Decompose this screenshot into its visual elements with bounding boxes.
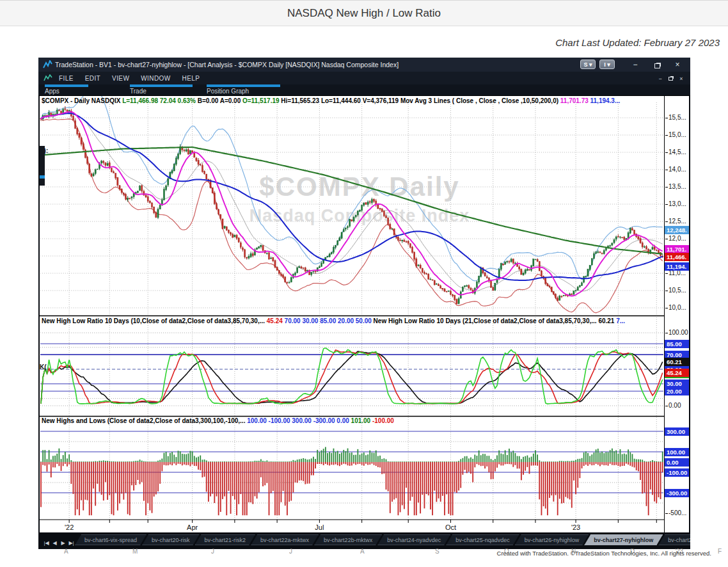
new-highs-lows-seg: -100.00: [372, 417, 394, 424]
axis-tick: [665, 221, 668, 222]
axis-label-text: 13,0...: [669, 200, 686, 207]
workspace-tab[interactable]: bv-chart25-nqadvdec: [446, 534, 519, 545]
symbol-line-seg: L=11,466.98 72.04 0.63%: [122, 97, 198, 104]
price-axis[interactable]: 15,5...15,0...14,5...14,0...13,5...13,0.…: [664, 96, 689, 532]
axis-value-badge: 20.00: [665, 387, 689, 395]
axis-value-badge: -100.00: [665, 468, 689, 477]
axis-label-text: -500...: [669, 509, 686, 516]
window-title: TradeStation - BV1 - bv-chart27-nyhighlo…: [55, 61, 399, 68]
clipped-month-label: J: [289, 548, 292, 555]
svg-text:'22: '22: [65, 523, 74, 531]
axis-value-badge: 11,194.: [665, 262, 689, 271]
menu-edit[interactable]: EDIT: [85, 72, 100, 85]
workspace-tab[interactable]: bv-chart21-risk2: [195, 534, 256, 545]
axis-label: 13,5...: [665, 183, 686, 190]
page-title: NASDAQ New High / Low Ratio: [0, 1, 728, 26]
toolbar-tab-label: Trade: [130, 87, 193, 95]
axis-label-text: 15,5...: [669, 114, 686, 121]
clipped-text-artifact: K(: [40, 363, 47, 371]
axis-value-badge: 11,701.: [665, 245, 689, 253]
axis-label-text: 100.00: [669, 329, 688, 336]
workspace-tab-bar: |◀◀▶▶| bv-chart6-vix-spreadbv-chart20-ri…: [38, 532, 690, 549]
minimize-icon[interactable]: −: [630, 59, 640, 70]
menu-window[interactable]: WINDOW: [141, 72, 170, 85]
axis-tick: [665, 308, 668, 308]
axis-tick: [665, 135, 668, 136]
toolbar-tab-apps[interactable]: Apps: [45, 84, 88, 96]
nhl-ratio-seg: New High Low Ratio 10 Days (10,Close of …: [42, 317, 267, 324]
workspace-tab[interactable]: bv-chart24-nyadvdec: [377, 534, 450, 545]
nhl-ratio-seg: 45.24: [267, 317, 285, 324]
chart-window-icon: [44, 74, 52, 82]
axis-label-text: 14,0...: [669, 166, 686, 173]
clipped-month-label: M: [132, 548, 138, 555]
workspace-tab[interactable]: bv-chart6-vix-spread: [75, 534, 146, 545]
axis-value-badge: 0.00: [665, 458, 689, 467]
axis-tick: [665, 152, 668, 153]
axis-label-text: 12,5...: [669, 218, 686, 225]
svg-text:Apr: Apr: [187, 523, 198, 531]
axis-tick: [665, 170, 668, 170]
workspace-tab[interactable]: bv-chart22b-mktwx: [314, 534, 382, 545]
axis-value-badge: 60.21: [665, 358, 689, 366]
tab-nav-first-icon[interactable]: |◀: [42, 539, 51, 548]
doc-restore-icon[interactable]: [667, 72, 675, 85]
workspace-tab[interactable]: bv-chart20-risk: [142, 534, 200, 545]
clipped-month-label: A: [64, 548, 68, 555]
close-icon[interactable]: ×: [672, 59, 683, 70]
document-window-controls: − ×: [656, 72, 685, 85]
workspace-tab[interactable]: bv-chart26-nyhighlow: [515, 534, 589, 545]
workspace-tabs: bv-chart6-vix-spreadbv-chart20-riskbv-ch…: [79, 534, 687, 546]
symbol-line-seg: Hi=11,565.23 Lo=11,444.60 V=4,376,119: [281, 97, 400, 104]
toolbar-tab-position-graph[interactable]: Position Graph: [207, 84, 280, 96]
tab-navigation: |◀◀▶▶|: [42, 536, 75, 548]
axis-tick: [665, 513, 668, 514]
tab-nav-last-icon[interactable]: ▶|: [67, 539, 75, 548]
nhl-ratio-header: New High Low Ratio 10 Days (10,Close of …: [42, 317, 662, 324]
axis-label: 100.00: [665, 329, 688, 336]
workspace-tab[interactable]: bv-chart28-vix-bolbands: [658, 534, 690, 545]
symbol-line-seg: 11,194.3...: [590, 97, 621, 104]
doc-close-icon[interactable]: ×: [677, 72, 685, 85]
toolbar-tab-trade[interactable]: Trade: [130, 84, 193, 96]
tradestation-logo-icon: [43, 60, 52, 69]
menu-help[interactable]: HELP: [182, 72, 200, 85]
page-header-bar: NASDAQ New High / Low Ratio: [0, 0, 728, 26]
axis-label-text: 0.00: [669, 402, 681, 409]
axis-label: 12,5...: [665, 218, 686, 225]
menu-view[interactable]: VIEW: [112, 72, 129, 85]
restore-icon[interactable]: [652, 60, 662, 72]
axis-tick: [665, 118, 668, 118]
workspace-tab[interactable]: bv-chart22a-mktwx: [251, 534, 319, 545]
axis-label: 14,0...: [665, 166, 686, 173]
tab-nav-next-icon[interactable]: ▶: [59, 539, 67, 548]
menu-bar: FILEEDITVIEWWINDOWHELP − ×: [38, 72, 690, 84]
tradestation-window: TradeStation - BV1 - bv-chart27-nyhighlo…: [38, 58, 690, 549]
doc-minimize-icon[interactable]: −: [656, 72, 664, 85]
axis-value-badge: 45.24: [665, 369, 689, 377]
menu-file[interactable]: FILE: [59, 72, 74, 85]
clipped-month-label: S: [435, 548, 439, 555]
axis-value-badge: 11,466.: [665, 253, 689, 261]
svg-text:'23: '23: [571, 523, 580, 531]
strategy-button[interactable]: S ▾: [580, 60, 596, 69]
axis-value-badge: 100.00: [665, 448, 689, 456]
axis-label-text: 14,5...: [669, 148, 686, 156]
toolbar-tab-label: Position Graph: [207, 87, 280, 95]
symbol-status-line: $COMPX - Daily NASDQIX L=11,466.98 72.04…: [42, 97, 662, 104]
symbol-line-seg: B=0.00 A=0.00: [198, 97, 242, 104]
axis-label: 15,0...: [665, 131, 686, 138]
axis-label: 15,5...: [665, 114, 686, 121]
clipped-month-label: A: [360, 548, 365, 555]
tab-nav-prev-icon[interactable]: ◀: [51, 539, 59, 548]
window-titlebar: TradeStation - BV1 - bv-chart27-nyhighlo…: [38, 58, 690, 72]
indicator-button[interactable]: I ▾: [599, 60, 615, 69]
svg-text:Jul: Jul: [315, 523, 324, 531]
axis-value-badge: 300.00: [665, 427, 689, 436]
axis-value-badge: -300.00: [665, 489, 689, 497]
axis-value-badge: 12,248.: [665, 226, 689, 234]
workspace-tab[interactable]: bv-chart27-nyhighlow: [584, 534, 663, 545]
symbol-line-seg: Mov Avg 3 Lines ( Close , Close , Close …: [400, 97, 560, 104]
axis-label: 0.00: [665, 402, 681, 409]
nhl-ratio-seg: 70.00 30.00 85.00 20.00 50.00: [285, 317, 374, 324]
